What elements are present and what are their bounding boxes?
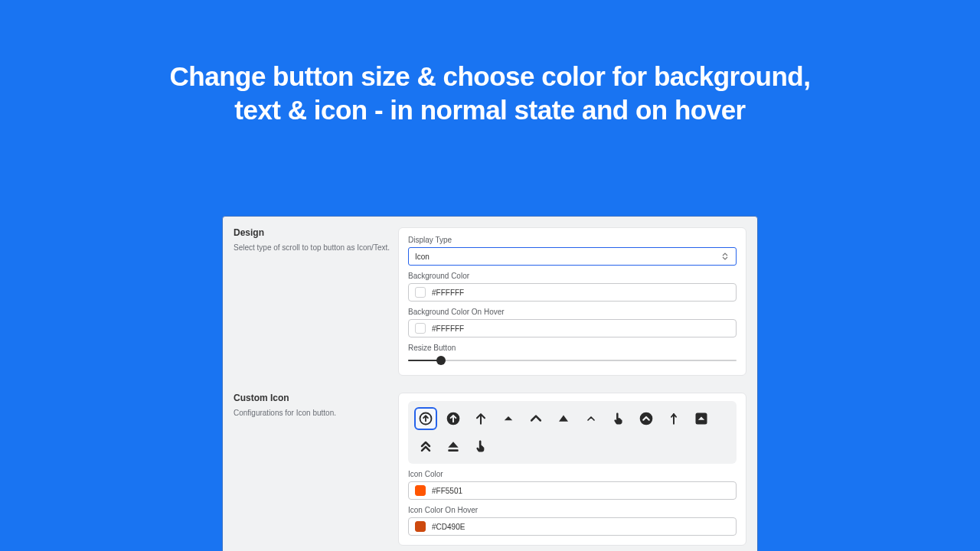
bg-color-swatch xyxy=(415,287,426,298)
svg-rect-4 xyxy=(448,449,458,452)
icon-picker xyxy=(408,401,737,464)
svg-point-2 xyxy=(640,412,653,425)
slider-thumb[interactable] xyxy=(436,356,446,365)
icon-color-value: #FF5501 xyxy=(432,487,462,495)
bg-hover-value: #FFFFFF xyxy=(432,324,464,333)
slider-track xyxy=(408,360,737,361)
bg-color-value: #FFFFFF xyxy=(432,289,464,297)
arrow-up-thin-icon[interactable] xyxy=(662,407,685,430)
triangle-up-icon[interactable] xyxy=(552,407,575,430)
design-title: Design xyxy=(234,227,390,238)
circle-arrow-up-fill-icon[interactable] xyxy=(442,407,465,430)
icon-color-label: Icon Color xyxy=(408,470,737,478)
design-card: Display Type Icon Background Color #FFFF… xyxy=(398,227,746,376)
triangle-up-small-icon[interactable] xyxy=(497,407,520,430)
bg-hover-input[interactable]: #FFFFFF xyxy=(408,319,737,337)
design-section: Design Select type of scroll to top butt… xyxy=(223,217,757,386)
custom-icon-desc: Configurations for Icon button. xyxy=(234,408,390,419)
custom-icon-info: Custom Icon Configurations for Icon butt… xyxy=(234,393,398,546)
select-chevrons-icon xyxy=(722,252,730,261)
icon-color-input[interactable]: #FF5501 xyxy=(408,481,737,500)
design-section-info: Design Select type of scroll to top butt… xyxy=(234,227,398,376)
hero-line1: Change button size & choose color for ba… xyxy=(0,60,980,93)
hand-point-up-solid-icon[interactable] xyxy=(469,435,492,458)
settings-panel: Design Select type of scroll to top butt… xyxy=(222,216,758,551)
bg-color-input[interactable]: #FFFFFF xyxy=(408,283,737,302)
icon-hover-swatch xyxy=(415,521,426,532)
icon-hover-label: Icon Color On Hover xyxy=(408,506,737,514)
bg-hover-label: Background Color On Hover xyxy=(408,308,737,316)
hand-pointer-up-icon[interactable] xyxy=(607,407,630,430)
custom-icon-title: Custom Icon xyxy=(234,393,390,403)
display-type-value: Icon xyxy=(415,253,430,261)
display-type-select[interactable]: Icon xyxy=(408,247,737,266)
icon-hover-value: #CD490E xyxy=(432,523,465,531)
resize-slider[interactable] xyxy=(408,355,737,366)
resize-label: Resize Button xyxy=(408,344,737,352)
circle-arrow-up-outline-icon[interactable] xyxy=(414,407,437,430)
icon-hover-input[interactable]: #CD490E xyxy=(408,517,737,536)
chevron-up-icon[interactable] xyxy=(524,407,547,430)
bg-color-label: Background Color xyxy=(408,272,737,280)
eject-icon[interactable] xyxy=(442,435,465,458)
design-desc: Select type of scroll to top button as I… xyxy=(234,243,390,253)
double-chevron-up-icon[interactable] xyxy=(414,435,437,458)
hero-heading: Change button size & choose color for ba… xyxy=(0,0,980,127)
custom-icon-section: Custom Icon Configurations for Icon butt… xyxy=(223,386,757,551)
icon-color-swatch xyxy=(415,485,426,496)
square-caret-up-icon[interactable] xyxy=(690,407,713,430)
display-type-label: Display Type xyxy=(408,236,737,244)
arrow-up-icon[interactable] xyxy=(469,407,492,430)
hero-line2: text & icon - in normal state and on hov… xyxy=(0,93,980,127)
chevron-up-small-icon[interactable] xyxy=(580,407,603,430)
bg-hover-swatch xyxy=(415,323,426,334)
circle-chevron-up-icon[interactable] xyxy=(635,407,658,430)
custom-icon-card: Icon Color #FF5501 Icon Color On Hover #… xyxy=(398,393,746,546)
